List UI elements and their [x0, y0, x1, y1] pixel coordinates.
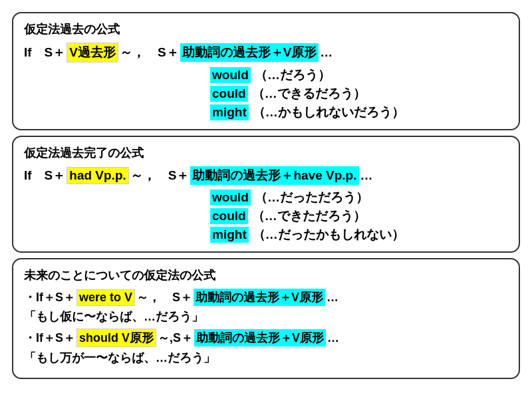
box3-line1: ・If＋S＋ were to V ～， S＋ 助動詞の過去形＋V原形 …	[24, 289, 508, 306]
box3-line2-prefix: ・If＋S＋	[24, 330, 75, 346]
box2-aux-highlight: 助動詞の過去形＋have Vp.p.	[190, 166, 358, 185]
box1-mid: ～， S＋	[120, 44, 179, 61]
box3-line2-v: should V原形	[76, 329, 156, 347]
box-past-perfect: 仮定法過去完了の公式 If S＋ had Vp.p. ～， S＋ 助動詞の過去形…	[12, 136, 520, 253]
main-container: 仮定法過去の公式 If S＋ V過去形 ～， S＋ 助動詞の過去形＋V原形 … …	[7, 7, 525, 384]
box2-dots: …	[360, 168, 373, 183]
box2-formula: If S＋ had Vp.p. ～， S＋ 助動詞の過去形＋have Vp.p.…	[24, 166, 508, 185]
box1-formula: If S＋ V過去形 ～， S＋ 助動詞の過去形＋V原形 …	[24, 43, 508, 63]
box1-modal-list: would （…だろう） could （…できるだろう） might （…かもし…	[210, 67, 508, 121]
box1-dots: …	[320, 45, 332, 60]
box3-quote1: 「もし仮に〜ならば、…だろう」	[24, 309, 508, 325]
box2-mid: ～， S＋	[130, 167, 190, 184]
box2-modal-list: would （…だっただろう） could （…できただろう） might （……	[210, 189, 508, 243]
box2-modal-would: would （…だっただろう）	[210, 189, 508, 206]
box3-line1-prefix: ・If＋S＋	[24, 289, 75, 305]
box1-could-meaning: （…できるだろう）	[252, 85, 366, 102]
box3-line2-aux: 助動詞の過去形＋V原形	[194, 329, 326, 346]
box1-prefix: If S＋	[24, 44, 65, 61]
box3-line1-aux: 助動詞の過去形＋V原形	[194, 289, 325, 306]
box2-could-meaning: （…できただろう）	[252, 207, 366, 225]
box2-modal-could: could （…できただろう）	[210, 207, 508, 225]
box3-line1-v: were to V	[76, 289, 135, 306]
box3-line2: ・If＋S＋ should V原形 ～,S＋ 助動詞の過去形＋V原形 …	[24, 329, 508, 347]
box3-quote2: 「もし万が一〜ならば、…だろう」	[24, 350, 508, 366]
box3-line1-dots: …	[327, 291, 338, 305]
box1-could-word: could	[210, 86, 248, 102]
box1-modal-would: would （…だろう）	[210, 67, 508, 84]
box3-line2-dots: …	[327, 331, 339, 345]
box2-prefix: If S＋	[24, 167, 65, 184]
box-future: 未来のことについての仮定法の公式 ・If＋S＋ were to V ～， S＋ …	[12, 258, 520, 379]
box2-might-meaning: （…だったかもしれない）	[253, 226, 404, 243]
box1-might-meaning: （…かもしれないだろう）	[253, 104, 404, 121]
box1-title: 仮定法過去の公式	[24, 21, 508, 37]
box2-v-highlight: had Vp.p.	[66, 167, 129, 184]
box3-title: 未来のことについての仮定法の公式	[24, 267, 508, 283]
box1-would-meaning: （…だろう）	[255, 67, 331, 84]
box2-could-word: could	[210, 208, 248, 224]
box1-modal-might: might （…かもしれないだろう）	[210, 104, 508, 121]
box1-would-word: would	[210, 67, 251, 83]
box2-title: 仮定法過去完了の公式	[24, 145, 508, 161]
box2-modal-might: might （…だったかもしれない）	[210, 226, 508, 243]
box1-v-highlight: V過去形	[66, 43, 118, 63]
box2-would-meaning: （…だっただろう）	[255, 189, 368, 206]
box1-modal-could: could （…できるだろう）	[210, 85, 508, 102]
box-past: 仮定法過去の公式 If S＋ V過去形 ～， S＋ 助動詞の過去形＋V原形 … …	[12, 12, 520, 130]
box3-content: ・If＋S＋ were to V ～， S＋ 助動詞の過去形＋V原形 … 「もし…	[24, 289, 508, 366]
box3-line1-mid: ～， S＋	[136, 289, 192, 305]
box2-might-word: might	[210, 227, 249, 243]
box3-line2-mid: ～,S＋	[158, 330, 193, 346]
box1-might-word: might	[210, 104, 249, 120]
box2-would-word: would	[210, 190, 251, 205]
box1-aux-highlight: 助動詞の過去形＋V原形	[180, 43, 319, 62]
